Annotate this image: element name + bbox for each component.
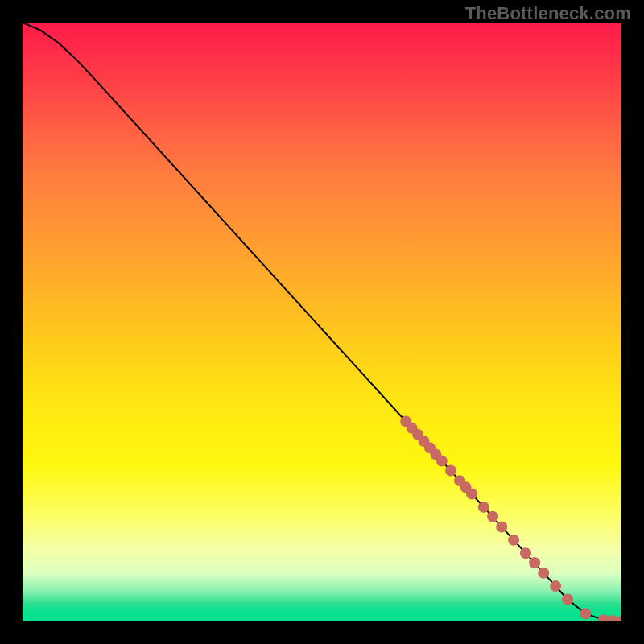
chart-frame: TheBottleneck.com xyxy=(0,0,644,644)
marker-dot xyxy=(436,456,448,467)
marker-dot xyxy=(487,511,498,522)
marker-dot xyxy=(562,593,573,605)
overlay-svg xyxy=(23,23,621,621)
marker-dot xyxy=(538,568,549,579)
marker-dots xyxy=(400,416,621,622)
marker-dot xyxy=(496,521,507,532)
watermark-text: TheBottleneck.com xyxy=(465,3,631,24)
marker-dot xyxy=(466,489,477,500)
curve-line xyxy=(23,23,621,621)
marker-dot xyxy=(478,502,489,513)
marker-dot xyxy=(508,535,519,546)
marker-dot xyxy=(529,557,540,568)
marker-dot xyxy=(580,608,591,619)
plot-area xyxy=(23,23,621,621)
marker-dot xyxy=(550,580,561,592)
marker-dot xyxy=(616,616,621,621)
marker-dot xyxy=(520,547,531,559)
marker-dot xyxy=(445,465,456,477)
